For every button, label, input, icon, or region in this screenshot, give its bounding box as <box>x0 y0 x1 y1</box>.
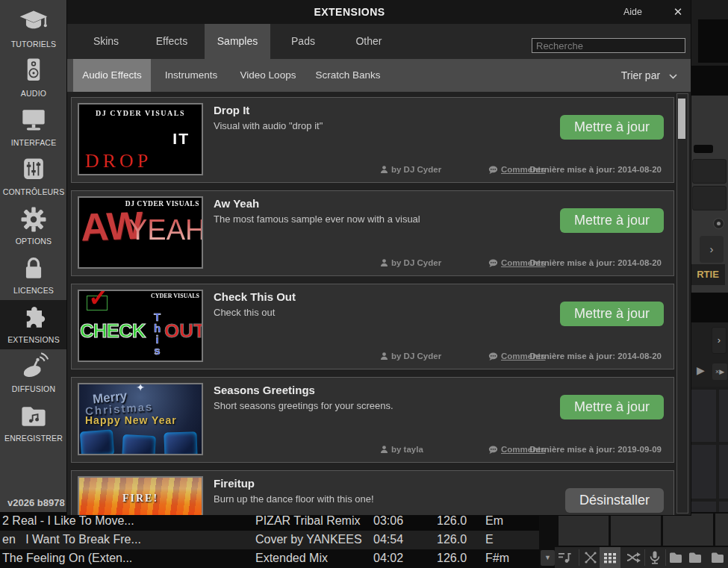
extension-card-seasons-greetings: ✦ Merry Christmas Happy New Year Seasons… <box>71 377 674 463</box>
playlist-row-selected[interactable]: en I Want To Break Fre... Cover by YANKE… <box>0 531 539 549</box>
thumb-text: FIRE! <box>122 493 158 505</box>
pad-cell[interactable] <box>691 390 716 442</box>
update-button[interactable]: Mettre à jour <box>560 115 664 140</box>
gear-icon <box>17 203 50 236</box>
extension-description: Check this out <box>214 307 275 318</box>
update-button[interactable]: Mettre à jour <box>560 302 664 326</box>
pad-cell[interactable] <box>611 514 661 546</box>
extensions-dialog: EXTENSIONS Aide ✕ Skins Effects Samples … <box>67 0 691 515</box>
mixer-row: › <box>691 322 728 357</box>
thumb-text: OUT <box>164 319 203 343</box>
crossed-lines-icon[interactable] <box>583 550 598 565</box>
mixer-button[interactable] <box>692 159 727 184</box>
sidebar-item-enregistrer[interactable]: ENREGISTRER <box>0 399 67 448</box>
tab-other[interactable]: Other <box>336 24 402 59</box>
extension-title: Check This Out <box>214 290 296 303</box>
update-button[interactable]: Mettre à jour <box>560 208 664 233</box>
scrollbar-track[interactable] <box>676 93 688 514</box>
playlist-dropdown-button[interactable]: ▼ <box>541 550 555 566</box>
search-input[interactable] <box>532 38 685 53</box>
folder-icon[interactable] <box>668 550 683 565</box>
last-updated: Dernière mise à jour: 2019-09-09 <box>530 445 662 454</box>
sidebar-item-label: LICENCES <box>0 286 67 295</box>
tab-pads[interactable]: Pads <box>270 24 336 59</box>
microphone-icon[interactable] <box>647 550 662 565</box>
pad-cell[interactable] <box>719 390 728 442</box>
thumb-text: YEAH! <box>128 214 203 246</box>
sidebar-item-licences[interactable]: LICENCES <box>0 251 67 300</box>
scrollbar-thumb[interactable] <box>678 99 685 139</box>
author: by tayla <box>380 445 423 454</box>
sidebar-item-options[interactable]: OPTIONS <box>0 202 67 251</box>
pad-cell[interactable] <box>559 514 609 546</box>
toolbar-separator <box>644 549 645 566</box>
extension-description: Burn up the dance floor with this one! <box>214 493 374 505</box>
sidebar-item-label: OPTIONS <box>0 237 67 246</box>
extension-description: Short seasons greetings for your screens… <box>214 400 393 411</box>
mixer-strip: › RTIE › ▶ ×▶ <box>691 0 728 512</box>
tab-skins[interactable]: Skins <box>73 24 139 59</box>
app-version: v2026 b8978 <box>7 497 65 508</box>
track-bpm: 126.0 <box>437 514 467 528</box>
uninstall-button[interactable]: Désinstaller <box>565 488 664 513</box>
tab-effects[interactable]: Effects <box>139 24 205 59</box>
track-key: F#m <box>485 552 509 565</box>
mixer-display <box>698 19 728 63</box>
subtab-scratch-banks[interactable]: Scratch Banks <box>305 59 391 92</box>
sidebar-item-label: TUTORIELS <box>0 40 67 49</box>
sidebar-item-label: AUDIO <box>0 89 67 98</box>
sidebar-item-label: EXTENSIONS <box>0 335 67 344</box>
dialog-title: EXTENSIONS <box>314 6 385 18</box>
grid-icon[interactable] <box>603 550 617 565</box>
knob[interactable] <box>714 219 724 228</box>
help-link[interactable]: Aide <box>623 7 642 17</box>
subtab-audio-effects[interactable]: Audio Effects <box>73 59 151 92</box>
pad-cell[interactable] <box>691 445 716 499</box>
update-button[interactable]: Mettre à jour <box>560 395 664 419</box>
last-updated: Dernière mise à jour: 2014-08-20 <box>530 258 662 267</box>
folder-icon[interactable] <box>710 550 725 565</box>
extension-description: Visual with audio "drop it" <box>214 120 323 131</box>
tab-samples[interactable]: Samples <box>205 24 270 59</box>
pad-cell[interactable] <box>719 502 728 512</box>
settings-sidebar: TUTORIELS AUDIO INTERFACE CONTRÔLEURS <box>0 0 67 512</box>
folder-icon[interactable] <box>688 550 703 565</box>
track-title: The Feeling On (Exten... <box>2 552 132 565</box>
sub-tabs: Audio Effects Instruments Video Loops Sc… <box>67 59 691 92</box>
pad-cell[interactable] <box>715 514 728 546</box>
playlist-panel: 2 Real - I Like To Move... PIZAR Tribal … <box>0 512 539 568</box>
extension-title: Fireitup <box>214 477 255 490</box>
speaker-icon <box>17 55 50 88</box>
sidebar-item-controleurs[interactable]: CONTRÔLEURS <box>0 152 67 202</box>
sidebar-item-audio[interactable]: AUDIO <box>0 54 67 103</box>
track-bpm: 126.0 <box>437 533 467 546</box>
lock-icon <box>17 252 50 285</box>
pad-cell[interactable] <box>663 514 713 546</box>
comment-icon <box>488 446 498 454</box>
pad-cell[interactable] <box>691 502 716 512</box>
playlist-row[interactable]: The Feeling On (Exten... Extended Mix 04… <box>0 549 539 568</box>
sidebar-item-extensions[interactable]: EXTENSIONS <box>0 300 67 349</box>
sidebar-item-interface[interactable]: INTERFACE <box>0 103 67 152</box>
notes-list-icon[interactable] <box>557 550 572 565</box>
sidebar-item-tutoriels[interactable]: TUTORIELS <box>0 4 67 54</box>
shuffle-icon[interactable] <box>626 550 641 565</box>
comment-icon <box>488 259 498 267</box>
folder-music-icon <box>17 400 50 433</box>
subtab-instruments[interactable]: Instruments <box>151 59 231 92</box>
skip-play-icon[interactable]: ×▶ <box>712 363 727 380</box>
sort-by-dropdown[interactable]: Trier par <box>621 59 677 92</box>
last-updated: Dernière mise à jour: 2014-08-20 <box>530 165 662 174</box>
sidebar-item-diffusion[interactable]: DIFFUSION <box>0 349 67 399</box>
mixer-button[interactable] <box>692 186 727 210</box>
expand-chevron-button[interactable]: › <box>700 236 724 263</box>
author: by DJ Cyder <box>380 352 441 361</box>
play-icon[interactable]: ▶ <box>697 364 705 376</box>
chevron-down-icon <box>669 74 677 79</box>
close-icon[interactable]: ✕ <box>671 4 685 19</box>
next-chevron-button[interactable]: › <box>712 327 727 354</box>
track-time: 03:06 <box>373 514 403 528</box>
subtab-video-loops[interactable]: Video Loops <box>231 59 305 92</box>
pad-cell[interactable] <box>719 445 728 499</box>
sortie-label: RTIE <box>691 264 725 285</box>
